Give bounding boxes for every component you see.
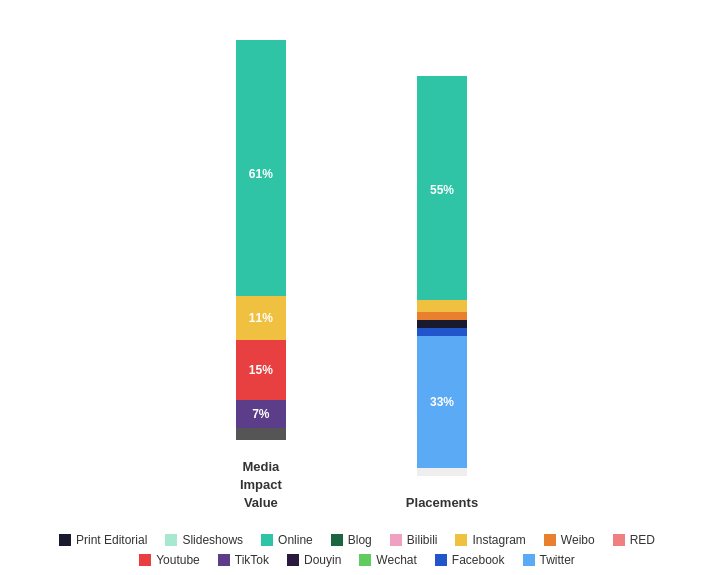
segment-youtube: 15% — [236, 340, 286, 400]
legend-label-online: Online — [278, 533, 313, 547]
legend-label-tiktok: TikTok — [235, 553, 269, 567]
legend-dot-wechat — [359, 554, 371, 566]
legend-label-red: RED — [630, 533, 655, 547]
legend-area: Print Editorial Slideshows Online Blog B… — [36, 533, 679, 567]
legend-label-print: Print Editorial — [76, 533, 147, 547]
bar-group-media: 7% 15% 11% 61% Media Impact Value — [236, 20, 286, 513]
segment-p-top — [417, 76, 467, 80]
legend-wechat: Wechat — [359, 553, 416, 567]
legend-facebook: Facebook — [435, 553, 505, 567]
legend-twitter: Twitter — [523, 553, 575, 567]
charts-container: 7% 15% 11% 61% Media Impact Value 33% — [0, 0, 714, 513]
legend-dot-facebook — [435, 554, 447, 566]
legend-red: RED — [613, 533, 655, 547]
segment-p-weibo — [417, 312, 467, 320]
legend-row-1: Print Editorial Slideshows Online Blog B… — [59, 533, 655, 547]
legend-label-blog: Blog — [348, 533, 372, 547]
segment-top — [236, 40, 286, 52]
legend-dot-youtube — [139, 554, 151, 566]
segment-p-online: 55% — [417, 80, 467, 300]
stacked-bar-media: 7% 15% 11% 61% — [236, 40, 286, 440]
legend-dot-instagram — [455, 534, 467, 546]
legend-label-youtube: Youtube — [156, 553, 200, 567]
legend-label-wechat: Wechat — [376, 553, 416, 567]
legend-dot-tiktok — [218, 554, 230, 566]
stacked-bar-placements: 33% 55% — [417, 76, 467, 476]
segment-online: 61% — [236, 52, 286, 296]
legend-bilibili: Bilibili — [390, 533, 438, 547]
bar-container-media: 7% 15% 11% 61% — [236, 20, 286, 440]
legend-dot-blog — [331, 534, 343, 546]
legend-dot-print — [59, 534, 71, 546]
segment-p-instagram — [417, 300, 467, 312]
bar-label-media: Media Impact Value — [240, 458, 282, 513]
legend-weibo: Weibo — [544, 533, 595, 547]
segment-tiktok: 7% — [236, 400, 286, 428]
segment-p-twitter: 33% — [417, 336, 467, 468]
legend-label-twitter: Twitter — [540, 553, 575, 567]
legend-dot-online — [261, 534, 273, 546]
legend-douyin: Douyin — [287, 553, 341, 567]
legend-dot-slideshows — [165, 534, 177, 546]
legend-label-facebook: Facebook — [452, 553, 505, 567]
legend-print-editorial: Print Editorial — [59, 533, 147, 547]
legend-dot-bilibili — [390, 534, 402, 546]
legend-online: Online — [261, 533, 313, 547]
legend-dot-douyin — [287, 554, 299, 566]
legend-row-2: Youtube TikTok Douyin Wechat Facebook Tw… — [139, 553, 575, 567]
legend-label-instagram: Instagram — [472, 533, 525, 547]
legend-instagram: Instagram — [455, 533, 525, 547]
segment-other — [236, 428, 286, 440]
legend-slideshows: Slideshows — [165, 533, 243, 547]
legend-label-douyin: Douyin — [304, 553, 341, 567]
legend-label-bilibili: Bilibili — [407, 533, 438, 547]
legend-label-slideshows: Slideshows — [182, 533, 243, 547]
segment-p-other — [417, 468, 467, 476]
segment-p-facebook — [417, 328, 467, 336]
legend-label-weibo: Weibo — [561, 533, 595, 547]
legend-dot-red — [613, 534, 625, 546]
legend-dot-weibo — [544, 534, 556, 546]
segment-instagram: 11% — [236, 296, 286, 340]
legend-dot-twitter — [523, 554, 535, 566]
segment-p-dark — [417, 320, 467, 328]
legend-tiktok: TikTok — [218, 553, 269, 567]
bar-group-placements: 33% 55% Placements — [406, 56, 478, 512]
legend-youtube: Youtube — [139, 553, 200, 567]
legend-blog: Blog — [331, 533, 372, 547]
bar-container-placements: 33% 55% — [417, 56, 467, 476]
bar-label-placements: Placements — [406, 494, 478, 512]
